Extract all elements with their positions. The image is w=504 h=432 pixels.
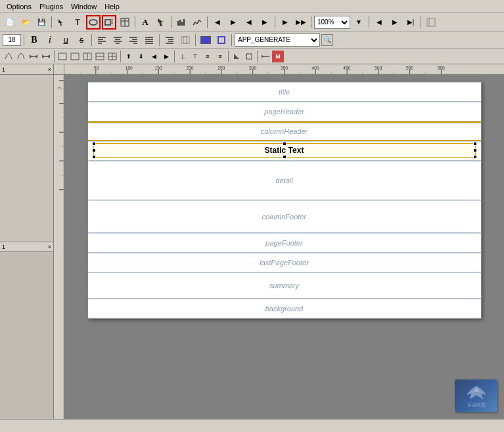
tool-h[interactable] bbox=[94, 51, 106, 62]
save-button[interactable]: 💾 bbox=[34, 15, 49, 30]
menu-help[interactable]: Help bbox=[101, 1, 124, 12]
tool-s[interactable] bbox=[243, 51, 255, 62]
indent-button[interactable] bbox=[162, 33, 177, 47]
svg-rect-12 bbox=[427, 18, 435, 26]
align-left-button[interactable] bbox=[95, 33, 109, 47]
handle-br[interactable] bbox=[473, 155, 477, 159]
zoom-select[interactable]: 100% 50% 75% 150% 200% bbox=[314, 16, 350, 29]
tool-u[interactable]: M bbox=[272, 51, 284, 62]
tool-a[interactable] bbox=[3, 51, 14, 62]
handle-ml[interactable] bbox=[92, 148, 96, 152]
move-left-button[interactable]: ◀ bbox=[210, 15, 225, 30]
move-right-button[interactable]: ▶ bbox=[226, 15, 241, 30]
band-statictext: Static Text bbox=[88, 141, 481, 161]
italic-button[interactable]: i bbox=[43, 33, 57, 47]
handle-tr[interactable] bbox=[473, 142, 477, 146]
move-up-button[interactable]: ◀ bbox=[242, 15, 256, 30]
band-detail-label: detail bbox=[275, 177, 292, 184]
line-chart-tool[interactable] bbox=[190, 15, 204, 30]
tool-j[interactable]: ⬆ bbox=[123, 51, 135, 62]
align-center-button[interactable] bbox=[110, 33, 125, 47]
tool-e[interactable] bbox=[57, 51, 68, 62]
tool-b[interactable] bbox=[15, 51, 27, 62]
tool-o[interactable]: ⊤ bbox=[189, 51, 201, 62]
next-page-button[interactable]: ▶ bbox=[388, 15, 402, 30]
ruler-corner bbox=[54, 64, 64, 75]
tool-g[interactable] bbox=[81, 51, 93, 62]
cursor2-tool[interactable] bbox=[154, 15, 168, 30]
handle-bl[interactable] bbox=[92, 155, 96, 159]
menu-window[interactable]: Window bbox=[67, 1, 101, 12]
bar-chart-tool[interactable] bbox=[174, 15, 189, 30]
tool-c[interactable] bbox=[28, 51, 39, 62]
svg-text:350: 350 bbox=[281, 66, 288, 70]
justify-button[interactable] bbox=[142, 33, 156, 47]
tool-k[interactable]: ⬇ bbox=[135, 51, 147, 62]
font-size-input[interactable] bbox=[3, 34, 21, 46]
panel-1-close[interactable]: × bbox=[48, 66, 51, 73]
fast-forward-button[interactable]: ▶▶ bbox=[294, 15, 308, 30]
new-button[interactable]: 📄 bbox=[3, 15, 17, 30]
band-lastpagefooter-label: lastPageFooter bbox=[260, 259, 309, 267]
play-button[interactable]: ▶ bbox=[278, 15, 292, 30]
prev-page-button[interactable]: ◀ bbox=[372, 15, 386, 30]
bold-font-tool[interactable]: A bbox=[138, 15, 152, 30]
separator-t1 bbox=[54, 51, 55, 62]
tool-extra[interactable] bbox=[424, 15, 438, 30]
strikethrough-button[interactable]: s bbox=[74, 33, 89, 47]
doc-area: 0 50 100 150 200 bbox=[54, 75, 504, 419]
separator-2 bbox=[135, 16, 135, 28]
color-rect-button[interactable] bbox=[198, 33, 213, 47]
outdent-button[interactable] bbox=[178, 33, 193, 47]
tool-i[interactable] bbox=[106, 51, 118, 62]
tool-m[interactable]: ▶ bbox=[160, 51, 172, 62]
svg-rect-34 bbox=[181, 37, 189, 43]
separator-5 bbox=[275, 16, 275, 28]
handle-tl[interactable] bbox=[92, 142, 96, 146]
tool-q[interactable]: ≡ bbox=[214, 51, 226, 62]
separator-t2 bbox=[120, 51, 121, 62]
handle-mr[interactable] bbox=[473, 148, 477, 152]
watermark-eagle bbox=[463, 383, 490, 402]
zoom-dropdown-button[interactable]: ▼ bbox=[352, 15, 366, 30]
underline-button[interactable]: u bbox=[58, 33, 73, 47]
handle-tm[interactable] bbox=[283, 142, 286, 146]
menubar: Options Plugins Window Help bbox=[0, 0, 504, 13]
table-tool[interactable] bbox=[118, 15, 132, 30]
svg-text:300: 300 bbox=[249, 66, 256, 70]
bold-button[interactable]: B bbox=[27, 33, 41, 47]
panel-2-content bbox=[0, 252, 53, 419]
align-right-button[interactable] bbox=[126, 33, 141, 47]
menu-options[interactable]: Options bbox=[3, 1, 35, 12]
tool-p[interactable]: ≡ bbox=[202, 51, 214, 62]
watermark-text: 百合联盟 bbox=[467, 402, 486, 408]
handle-bm[interactable] bbox=[283, 155, 286, 159]
document-page: title pageHeader columnHeader bbox=[87, 81, 482, 319]
open-button[interactable]: 📂 bbox=[18, 15, 33, 30]
tool-f[interactable] bbox=[69, 51, 81, 62]
oval-tool[interactable] bbox=[86, 15, 101, 30]
panel-2-close[interactable]: × bbox=[48, 244, 51, 250]
svg-marker-38 bbox=[30, 54, 32, 58]
text-tool[interactable]: T bbox=[70, 15, 85, 30]
frame-tool[interactable] bbox=[102, 15, 116, 30]
scrollable-doc[interactable]: title pageHeader columnHeader bbox=[64, 75, 504, 419]
tool-r[interactable] bbox=[231, 51, 242, 62]
menu-plugins[interactable]: Plugins bbox=[35, 1, 67, 12]
tool-t[interactable] bbox=[260, 51, 271, 62]
separator-3 bbox=[171, 16, 172, 28]
svg-text:0: 0 bbox=[57, 87, 61, 89]
ruler-svg: 50 100 150 200 250 300 350 400 4 bbox=[64, 64, 504, 75]
tool-n[interactable]: ⊥ bbox=[177, 51, 189, 62]
svg-text:550: 550 bbox=[406, 66, 413, 70]
tool-d[interactable] bbox=[40, 51, 52, 62]
move-down-button[interactable]: ▶ bbox=[258, 15, 272, 30]
static-text-element[interactable]: Static Text bbox=[93, 143, 476, 158]
tool-l[interactable]: ◀ bbox=[148, 51, 160, 62]
svg-rect-44 bbox=[71, 53, 79, 60]
border-button[interactable] bbox=[214, 33, 229, 47]
last-page-button[interactable]: ▶| bbox=[403, 15, 418, 30]
style-select[interactable]: APP_GENERATE bbox=[235, 33, 320, 47]
style-search-button[interactable]: 🔍 bbox=[321, 34, 333, 46]
select-tool[interactable] bbox=[55, 15, 69, 30]
